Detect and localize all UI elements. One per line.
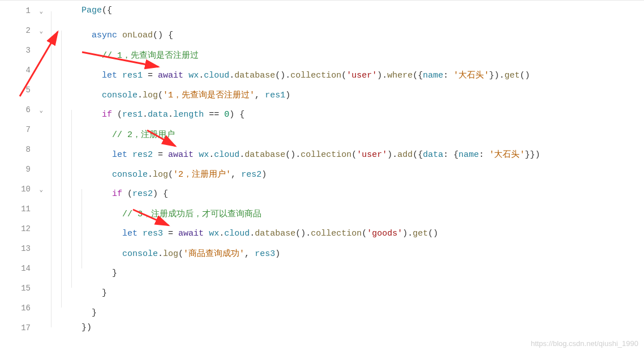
identifier: console — [122, 249, 158, 259]
line-number: 6 ⌄ — [0, 105, 34, 114]
string: '商品查询成功' — [183, 249, 244, 259]
line-number: 5 — [0, 86, 34, 95]
method: add — [397, 150, 413, 160]
line-number: 1 ⌄ — [0, 6, 34, 15]
variable: res1 — [265, 91, 285, 100]
string: 'user' — [346, 71, 377, 80]
line-number: 8 — [0, 145, 34, 154]
line-number: 11 — [0, 204, 34, 214]
variable: res2 — [241, 170, 261, 180]
line-number: 15 — [0, 284, 34, 293]
method: collection — [290, 71, 341, 80]
string: 'goods' — [367, 229, 402, 238]
method: collection — [300, 150, 351, 160]
line-number: 13 — [0, 244, 34, 253]
method: collection — [311, 229, 362, 238]
method: get — [413, 229, 428, 238]
line-number: 9 — [0, 165, 34, 174]
property: name — [423, 71, 443, 80]
method: where — [387, 71, 413, 80]
method: get — [504, 71, 520, 80]
line-number: 3 — [0, 46, 34, 55]
string: '大石头' — [453, 71, 489, 80]
line-number: 4 — [0, 66, 34, 75]
code-editor[interactable]: 1 ⌄ Page({ 2 ⌄ async onLoad() { 3 // 1，先… — [0, 0, 644, 350]
string: '大石头' — [489, 150, 525, 160]
line-number: 10 ⌄ — [0, 185, 34, 194]
variable: res3 — [255, 249, 275, 259]
line-number: 12 — [0, 224, 34, 233]
property: name — [458, 150, 479, 160]
line-number: 17 — [0, 323, 34, 332]
code-line[interactable]: 17 }) — [0, 318, 644, 338]
string: '2，注册用户' — [173, 170, 231, 180]
property: length — [173, 110, 204, 119]
number: 0 — [224, 110, 229, 119]
line-number: 14 — [0, 264, 34, 273]
watermark: https://blog.csdn.net/qiushi_1990 — [531, 339, 638, 348]
method: log — [163, 249, 178, 259]
line-number: 7 — [0, 125, 34, 134]
property: data — [423, 150, 443, 160]
code-line[interactable]: 16 } — [0, 298, 644, 318]
line-number: 2 ⌄ — [0, 26, 34, 35]
line-number: 16 — [0, 304, 34, 313]
string: 'user' — [357, 150, 387, 160]
